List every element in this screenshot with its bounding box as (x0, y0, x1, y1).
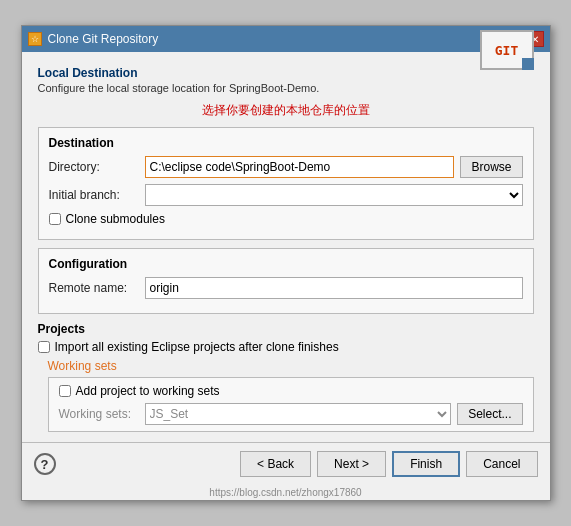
add-project-checkbox[interactable] (59, 385, 71, 397)
directory-row: Directory: Browse (49, 156, 523, 178)
clone-submodules-label: Clone submodules (66, 212, 165, 226)
projects-label: Projects (38, 322, 534, 336)
title-bar-left: ☆ Clone Git Repository (28, 32, 159, 46)
import-projects-row: Import all existing Eclipse projects aft… (38, 340, 534, 354)
hint-text: 选择你要创建的本地仓库的位置 (38, 102, 534, 119)
section-description: Configure the local storage location for… (38, 82, 534, 94)
working-sets-area: Working sets Add project to working sets… (38, 359, 534, 432)
bottom-right: < Back Next > Finish Cancel (240, 451, 537, 477)
initial-branch-label: Initial branch: (49, 188, 139, 202)
add-project-label: Add project to working sets (76, 384, 220, 398)
initial-branch-select[interactable] (145, 184, 523, 206)
header-section: GIT Local Destination Configure the loca… (38, 66, 534, 94)
initial-branch-row: Initial branch: (49, 184, 523, 206)
browse-button[interactable]: Browse (460, 156, 522, 178)
git-logo: GIT (480, 30, 534, 70)
finish-button[interactable]: Finish (392, 451, 460, 477)
working-sets-field-label: Working sets: (59, 407, 139, 421)
select-working-sets-button[interactable]: Select... (457, 403, 522, 425)
remote-name-row: Remote name: (49, 277, 523, 299)
working-sets-field-row: Working sets: JS_Set Select... (59, 403, 523, 425)
configuration-label: Configuration (49, 257, 523, 271)
directory-input[interactable] (145, 156, 455, 178)
watermark: https://blog.csdn.net/zhongx17860 (22, 485, 550, 500)
directory-label: Directory: (49, 160, 139, 174)
cancel-button[interactable]: Cancel (466, 451, 537, 477)
import-projects-label: Import all existing Eclipse projects aft… (55, 340, 339, 354)
working-sets-box: Add project to working sets Working sets… (48, 377, 534, 432)
remote-name-label: Remote name: (49, 281, 139, 295)
import-projects-checkbox[interactable] (38, 341, 50, 353)
title-bar: ☆ Clone Git Repository ─ □ ✕ (22, 26, 550, 52)
clone-submodules-row: Clone submodules (49, 212, 523, 226)
window-title: Clone Git Repository (48, 32, 159, 46)
back-button[interactable]: < Back (240, 451, 311, 477)
destination-label: Destination (49, 136, 523, 150)
clone-submodules-checkbox[interactable] (49, 213, 61, 225)
bottom-left: ? (34, 453, 56, 475)
add-project-row: Add project to working sets (59, 384, 523, 398)
working-sets-heading: Working sets (48, 359, 534, 373)
working-sets-select[interactable]: JS_Set (145, 403, 452, 425)
destination-section: Destination Directory: Browse Initial br… (38, 127, 534, 240)
app-icon: ☆ (28, 32, 42, 46)
help-button[interactable]: ? (34, 453, 56, 475)
bottom-bar: ? < Back Next > Finish Cancel (22, 442, 550, 485)
next-button[interactable]: Next > (317, 451, 386, 477)
remote-name-input[interactable] (145, 277, 523, 299)
configuration-section: Configuration Remote name: (38, 248, 534, 314)
local-destination-heading: Local Destination (38, 66, 534, 80)
projects-section: Projects Import all existing Eclipse pro… (38, 322, 534, 432)
clone-git-repository-dialog: ☆ Clone Git Repository ─ □ ✕ GIT Local D… (21, 25, 551, 501)
dialog-content: GIT Local Destination Configure the loca… (22, 52, 550, 442)
